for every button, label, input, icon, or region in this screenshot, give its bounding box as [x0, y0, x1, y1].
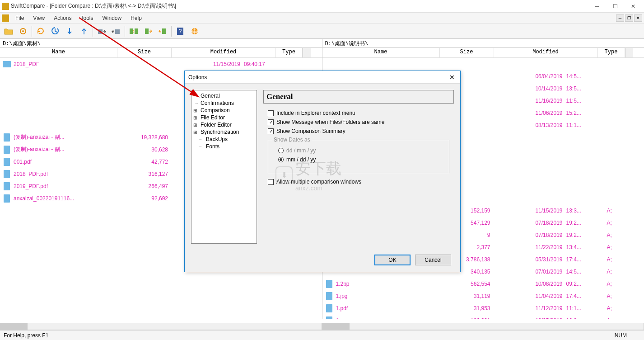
- cell-size: 92,692: [117, 195, 172, 202]
- options-tree[interactable]: General Confirmations Comparison File Ed…: [191, 90, 257, 244]
- table-row[interactable]: 1.jpg31,11911/04/201917:4...A;: [322, 290, 644, 302]
- right-path[interactable]: D:\桌面\说明书\: [322, 39, 644, 47]
- cell-type: A;: [607, 317, 625, 320]
- file-icon: [0, 133, 14, 142]
- cell-type: A;: [607, 281, 625, 287]
- col-type[interactable]: Type: [275, 48, 303, 57]
- cell-time: 17:4...: [566, 293, 607, 299]
- cell-name: 001.pdf: [14, 159, 117, 165]
- tree-item-file-editor[interactable]: File Editor: [192, 114, 256, 121]
- mdi-close-button[interactable]: ✕: [634, 14, 642, 22]
- left-path[interactable]: D:\桌面\素材\: [0, 39, 322, 47]
- tree-item-folder-editor[interactable]: Folder Editor: [192, 121, 256, 128]
- cell-size: 186,391: [440, 317, 494, 320]
- tree-item-comparison[interactable]: Comparison: [192, 107, 256, 114]
- mdi-restore-button[interactable]: ❐: [625, 14, 633, 22]
- refresh-button[interactable]: [34, 25, 47, 38]
- cell-type: A;: [607, 305, 625, 312]
- checkbox-label: Allow multiple comparison windows: [276, 179, 361, 185]
- mdi-minimize-button[interactable]: ─: [616, 14, 624, 22]
- cell-date: 11/04/2019: [494, 293, 566, 299]
- cell-name: anxaizai_00220191116...: [14, 195, 117, 202]
- checkbox-multiple-windows[interactable]: Allow multiple comparison windows: [268, 179, 449, 185]
- checkbox-label: Show Comparison Summary: [276, 128, 345, 134]
- down-arrow-button[interactable]: [63, 25, 76, 38]
- cell-name: 1.png: [336, 317, 440, 320]
- folder-icon: [0, 61, 14, 67]
- undo-button[interactable]: [48, 25, 62, 38]
- menu-view[interactable]: View: [28, 14, 49, 22]
- open-folder-button[interactable]: [2, 25, 15, 38]
- table-row[interactable]: 2018_PDF11/15/201909:40:17: [0, 58, 322, 70]
- cell-type: A;: [607, 220, 625, 226]
- tree-item-general[interactable]: General: [192, 92, 256, 99]
- cell-size: 316,127: [117, 171, 172, 177]
- col-name[interactable]: Name: [322, 48, 440, 57]
- svg-rect-6: [145, 28, 149, 34]
- cell-date: 10/08/2019: [494, 281, 566, 287]
- sync-left-button[interactable]: [141, 25, 155, 38]
- cell-date: 07/18/2019: [494, 232, 566, 238]
- cell-time: 13:5...: [566, 85, 607, 92]
- menu-actions[interactable]: Actions: [49, 14, 76, 22]
- col-modified[interactable]: Modified: [494, 48, 598, 57]
- col-modified[interactable]: Modified: [172, 48, 275, 57]
- cell-name: 1.jpg: [336, 293, 440, 299]
- menu-tools[interactable]: Tools: [76, 14, 98, 22]
- app-menu-icon: [2, 14, 9, 22]
- cell-time: 15:2...: [566, 110, 607, 116]
- minimize-button[interactable]: ─: [588, 0, 606, 13]
- cell-date: 11/12/2019: [494, 305, 566, 312]
- scrollbar-corner: [303, 48, 311, 57]
- col-type[interactable]: Type: [598, 48, 625, 57]
- checkbox-same-message[interactable]: ✓ Show Message when Files/Folders are sa…: [268, 119, 449, 125]
- tree-item-fonts[interactable]: Fonts: [192, 143, 256, 150]
- table-row[interactable]: [322, 58, 644, 70]
- path-bar: D:\桌面\素材\ D:\桌面\说明书\: [0, 39, 644, 48]
- window-title: SwiftCompare - [Folder Compare : D:\桌面\素…: [11, 2, 588, 10]
- status-bar: For Help, press F1 NUM: [0, 330, 644, 340]
- right-h-scrollbar[interactable]: [322, 323, 644, 330]
- sync-right-button[interactable]: [156, 25, 169, 38]
- col-name[interactable]: Name: [0, 48, 117, 57]
- help-button[interactable]: ?: [173, 25, 187, 38]
- table-row[interactable]: 1.2bp562,55410/08/201909:2...A;: [322, 278, 644, 290]
- cell-time: 17:4...: [566, 256, 607, 263]
- tree-item-synchronization[interactable]: Synchronization: [192, 128, 256, 136]
- tree-item-backups[interactable]: BackUps: [192, 136, 256, 143]
- radio-mdy[interactable]: mm / dd / yy: [278, 156, 439, 163]
- menu-help[interactable]: Help: [126, 14, 146, 22]
- settings-button[interactable]: [16, 25, 30, 38]
- col-size[interactable]: Size: [117, 48, 172, 57]
- svg-rect-3: [115, 29, 120, 34]
- dialog-titlebar[interactable]: Options ✕: [185, 71, 460, 84]
- copy-left-button[interactable]: [95, 25, 108, 38]
- menu-file[interactable]: File: [11, 14, 28, 22]
- table-row[interactable]: 1.png186,39110/25/201916:0...A;: [322, 314, 644, 319]
- sync-both-button[interactable]: [127, 25, 140, 38]
- table-row[interactable]: 1.pdf31,95311/12/201911:1...A;: [322, 302, 644, 314]
- copy-right-button[interactable]: [109, 25, 123, 38]
- toolbar: ?: [0, 24, 644, 39]
- date-format-group: Show Dates as dd / mm / yy mm / dd / yy: [268, 140, 449, 173]
- cell-size: 30,628: [117, 146, 172, 153]
- close-button[interactable]: ✕: [624, 0, 642, 13]
- svg-point-1: [22, 30, 24, 32]
- left-h-scrollbar[interactable]: [0, 323, 322, 330]
- col-size[interactable]: Size: [440, 48, 494, 57]
- cancel-button[interactable]: Cancel: [415, 255, 451, 265]
- options-dialog: Options ✕ General Confirmations Comparis…: [184, 71, 461, 272]
- web-button[interactable]: [188, 25, 201, 38]
- menu-window[interactable]: Window: [98, 14, 126, 22]
- checkbox-explorer-context[interactable]: Include in Explorer context menu: [268, 110, 449, 116]
- cell-name: (复制)-anxaizai - 副...: [14, 133, 117, 141]
- checkbox-comparison-summary[interactable]: ✓ Show Comparison Summary: [268, 128, 449, 134]
- cell-time: 13:4...: [566, 244, 607, 250]
- cell-date: 10/25/2019: [494, 317, 566, 320]
- tree-item-confirmations[interactable]: Confirmations: [192, 99, 256, 107]
- radio-dmy[interactable]: dd / mm / yy: [278, 147, 439, 154]
- ok-button[interactable]: OK: [374, 255, 411, 265]
- maximize-button[interactable]: ☐: [606, 0, 624, 13]
- dialog-close-button[interactable]: ✕: [448, 74, 457, 81]
- up-arrow-button[interactable]: [77, 25, 91, 38]
